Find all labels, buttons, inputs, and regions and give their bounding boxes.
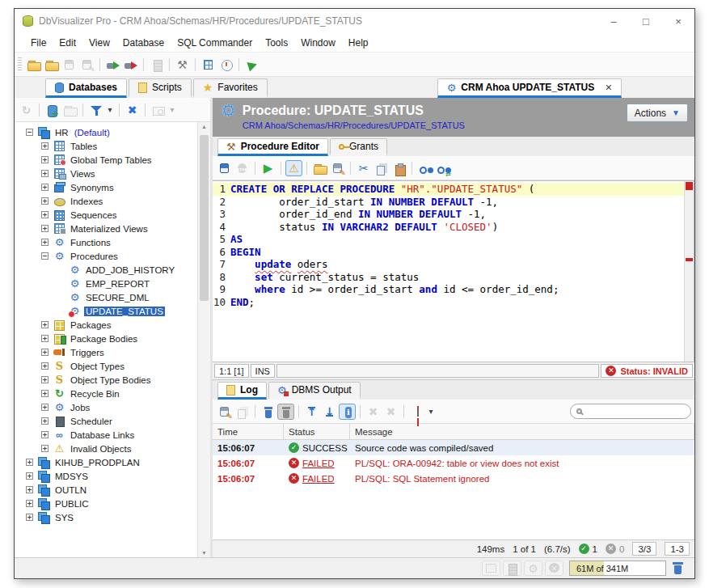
caret-icon[interactable]: ▾: [426, 404, 436, 420]
copy-icon[interactable]: [373, 160, 390, 176]
save-compile-icon[interactable]: [216, 160, 233, 176]
warnings-icon[interactable]: ⚠: [285, 160, 302, 176]
collapse-icon[interactable]: −: [26, 129, 33, 136]
scroll-up-icon[interactable]: ▲: [198, 124, 210, 129]
expand-icon[interactable]: +: [26, 514, 33, 521]
log-search-input[interactable]: [586, 407, 685, 417]
expand-icon[interactable]: +: [41, 431, 49, 438]
code-area[interactable]: 1CREATE OR REPLACE PROCEDURE "HR"."UPDAT…: [213, 181, 684, 362]
tree-item-package-bodies[interactable]: +Package Bodies: [15, 332, 197, 345]
menu-help[interactable]: Help: [342, 35, 375, 51]
folder-settings-icon[interactable]: [43, 57, 60, 73]
garbage-collect-icon[interactable]: [673, 562, 683, 575]
error-marker[interactable]: [686, 182, 693, 190]
tab-log[interactable]: Log: [217, 382, 267, 400]
disconnect-icon[interactable]: [122, 57, 139, 73]
expand-icon[interactable]: +: [26, 472, 33, 480]
expand-icon[interactable]: +: [41, 445, 49, 452]
open-folder-icon[interactable]: [311, 160, 328, 176]
tree-item-object-type-bodies[interactable]: +SObject Type Bodies: [15, 373, 197, 387]
execute-icon[interactable]: ▶: [260, 160, 276, 176]
menu-edit[interactable]: Edit: [53, 35, 82, 51]
tab-favorites[interactable]: ★ Favorites: [193, 78, 268, 98]
close-tab-icon[interactable]: ✕: [605, 82, 612, 93]
expand-icon[interactable]: +: [41, 321, 49, 328]
tree-item-sys[interactable]: +SYS: [15, 510, 197, 524]
find-replace-icon[interactable]: [434, 160, 451, 176]
tree-item-kihub-prodplan[interactable]: +KIHUB_PRODPLAN: [15, 455, 197, 469]
log-row[interactable]: 15:06:07✓SUCCESSSource code was compiled…: [213, 440, 694, 455]
info-icon[interactable]: [339, 404, 356, 420]
create-connection-icon[interactable]: [44, 102, 61, 118]
tree-item-synonyms[interactable]: +Synonyms: [15, 180, 197, 194]
tab-databases[interactable]: Databases: [45, 78, 127, 98]
scrollbar-thumb[interactable]: [200, 135, 209, 301]
tree-item-tables[interactable]: +Tables: [15, 139, 197, 153]
tree-item-views[interactable]: +Views: [15, 167, 197, 180]
expand-icon[interactable]: +: [41, 142, 49, 150]
expand-icon[interactable]: +: [26, 486, 33, 493]
tree-item-public[interactable]: +PUBLIC: [15, 497, 197, 510]
memory-indicator[interactable]: 61M of 341M: [569, 561, 666, 576]
tree-item-outln[interactable]: +OUTLN: [15, 483, 197, 497]
toolbar-grip[interactable]: [18, 57, 22, 72]
expand-icon[interactable]: +: [41, 170, 49, 177]
log-row[interactable]: 15:06:07✕FAILEDPL/SQL: ORA-00942: table …: [213, 455, 694, 471]
expand-icon[interactable]: +: [41, 335, 49, 342]
minimize-button[interactable]: –: [597, 9, 630, 33]
menu-sql-commander[interactable]: SQL Commander: [171, 35, 259, 51]
expand-icon[interactable]: +: [41, 376, 49, 383]
tab-object-update-status[interactable]: ⚙ CRM Ahoa UPDATE_STATUS ✕: [437, 78, 622, 98]
tree-item-secure-dml[interactable]: ⚙SECURE_DML: [15, 290, 197, 304]
expand-icon[interactable]: +: [41, 211, 49, 218]
tree-item-emp-report[interactable]: ⚙EMP_REPORT: [15, 277, 197, 290]
expand-icon[interactable]: +: [41, 156, 49, 163]
tab-dbms-output[interactable]: ⚙ DBMS Output: [268, 382, 361, 400]
tree-item-functions[interactable]: +⚙Functions: [15, 235, 197, 249]
find-icon[interactable]: [416, 160, 433, 176]
expand-icon[interactable]: +: [41, 362, 49, 370]
monitor-clock-icon[interactable]: [217, 57, 234, 73]
expand-icon[interactable]: +: [41, 197, 49, 205]
actions-button[interactable]: Actions ▼: [627, 104, 688, 122]
tree-item-procedures[interactable]: −⚙Procedures: [15, 249, 197, 263]
close-button[interactable]: ×: [662, 9, 694, 33]
tree-item-invalid-objects[interactable]: +⚠Invalid Objects: [15, 442, 197, 455]
column-header-status[interactable]: Status: [284, 424, 350, 439]
column-header-message[interactable]: Message: [350, 424, 694, 439]
tree-item-jobs[interactable]: +⚙Jobs: [15, 400, 197, 414]
tree-item-update-status[interactable]: ⚙UPDATE_STATUS: [15, 304, 197, 318]
tools-icon[interactable]: ⚒: [174, 57, 191, 73]
tree-item-triggers[interactable]: +Triggers: [15, 345, 197, 359]
tree-item-scheduler[interactable]: +Scheduler: [15, 414, 197, 428]
collapse-icon[interactable]: −: [41, 252, 49, 260]
tree-item-mdsys[interactable]: +MDSYS: [15, 469, 197, 483]
clear-icon[interactable]: [260, 404, 276, 420]
tree-item-sequences[interactable]: +Sequences: [15, 208, 197, 222]
clear-all-icon[interactable]: [277, 404, 294, 420]
expand-icon[interactable]: +: [26, 500, 33, 507]
sql-editor[interactable]: 1CREATE OR REPLACE PROCEDURE "HR"."UPDAT…: [213, 180, 694, 362]
grid-window-icon[interactable]: [200, 57, 217, 73]
export-icon[interactable]: [216, 404, 233, 420]
caret-icon[interactable]: ▾: [105, 102, 115, 118]
tab-grants[interactable]: Grants: [330, 138, 387, 156]
split-icon[interactable]: [408, 404, 425, 420]
tree-scrollbar[interactable]: ▲ ▼: [197, 122, 210, 557]
scroll-top-icon[interactable]: ↑: [303, 404, 320, 420]
maximize-button[interactable]: □: [630, 9, 662, 33]
paste-icon[interactable]: [390, 160, 407, 176]
tree-item-materialized-views[interactable]: +Materialized Views: [15, 222, 197, 235]
expand-icon[interactable]: +: [41, 417, 49, 425]
tree-item-recycle-bin[interactable]: +↻Recycle Bin: [15, 387, 197, 400]
tree-item-database-links[interactable]: +∞Database Links: [15, 428, 197, 442]
log-row[interactable]: 15:06:07✕FAILEDPL/SQL: SQL Statement ign…: [213, 471, 694, 486]
save-as-icon[interactable]: [329, 160, 346, 176]
menu-database[interactable]: Database: [116, 35, 171, 51]
menu-file[interactable]: File: [24, 35, 53, 51]
menu-tools[interactable]: Tools: [259, 35, 294, 51]
tab-procedure-editor[interactable]: ⚒ Procedure Editor: [217, 138, 328, 156]
expand-icon[interactable]: +: [41, 184, 49, 191]
expand-icon[interactable]: +: [26, 459, 33, 466]
tab-scripts[interactable]: Scripts: [129, 78, 192, 98]
